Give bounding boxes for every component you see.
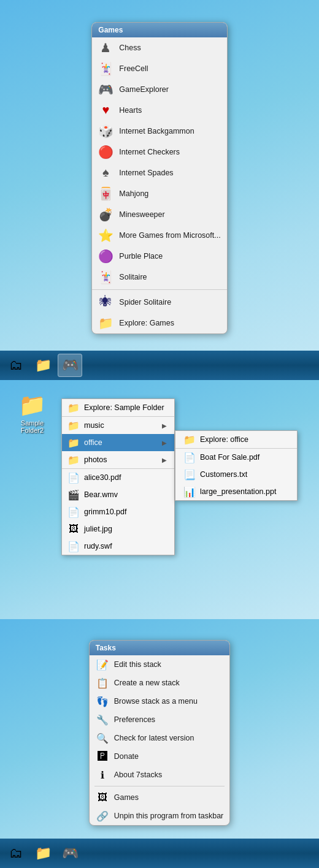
submenu-label: Boat For Sale.pdf (200, 453, 259, 462)
games-item-more-games-from-microsoft[interactable]: ⭐ More Games from Microsoft... (92, 225, 226, 246)
ctx-item-icon: 📁 (67, 419, 80, 432)
games-item-purble-place[interactable]: 🟣 Purble Place (92, 246, 226, 267)
ctx-item-left: 📄 rudy.swf (67, 539, 112, 553)
games-item-icon: 📁 (97, 314, 114, 332)
folder-label: SampleFolder2 (21, 419, 44, 434)
games-item-label: More Games from Microsoft... (119, 231, 220, 240)
tasks-div-item-unpin-this-program-from-taskbar[interactable]: 🔗 Unpin this program from taskbar (90, 807, 230, 825)
tasks-icon: ℹ (96, 768, 109, 782)
ctx-item-label: office (84, 438, 102, 447)
ctx-item-icon: 📁 (67, 401, 80, 414)
taskbar1-btn-0[interactable]: 🗂 (4, 354, 28, 377)
ctx-item-left: 📄 alice30.pdf (67, 471, 121, 484)
ctx-item-icon: 📁 (67, 436, 80, 449)
tasks-item-check-for-latest-version[interactable]: 🔍 Check for latest version (90, 729, 230, 747)
submenu-item-explore-office[interactable]: 📁 Explore: office (175, 431, 297, 448)
submenu-icon: 📊 (183, 485, 196, 498)
games-item-internet-checkers[interactable]: 🔴 Internet Checkers (92, 142, 226, 162)
taskbar1-btn-1[interactable]: 📁 (31, 354, 55, 377)
submenu-label: Explore: office (200, 435, 248, 444)
section3-tasks: Tasks 📝 Edit this stack 📋 Create a new s… (0, 619, 319, 868)
tasks-label: Check for latest version (114, 734, 194, 742)
ctx-item-left: 📁 office (67, 436, 102, 449)
section1-games: Games ♟ Chess 🃏 FreeCell 🎮 GameExplorer … (0, 0, 319, 380)
ctx-item-music[interactable]: 📁 music ▶ (62, 417, 174, 434)
games-menu-header: Games (92, 23, 226, 37)
submenu-icon: 📄 (183, 451, 196, 464)
tasks-icon: 🔧 (96, 713, 109, 726)
ctx-item-grimm10pdf[interactable]: 📄 grimm10.pdf (62, 503, 174, 520)
tasks-item-preferences[interactable]: 🔧 Preferences (90, 710, 230, 729)
tasks-item-browse-stack-as-a-menu[interactable]: 👣 Browse stack as a menu (90, 692, 230, 710)
tasks-icon: 📋 (96, 676, 109, 690)
ctx-item-office[interactable]: 📁 office ▶ (62, 434, 174, 451)
ctx-item-left: 📁 music (67, 419, 104, 432)
games-item-internet-spades[interactable]: ♠ Internet Spades (92, 162, 226, 183)
taskbar1-btn-2[interactable]: 🎮 (58, 354, 82, 377)
ctx-item-icon: 📁 (67, 453, 80, 466)
ctx-item-label: grimm10.pdf (84, 508, 126, 516)
games-item-chess[interactable]: ♟ Chess (92, 37, 226, 58)
games-item-minesweeper[interactable]: 💣 Minesweeper (92, 204, 226, 225)
tasks-divider-items: 🖼 Games 🔗 Unpin this program from taskba… (90, 788, 230, 825)
tasks-items: 📝 Edit this stack 📋 Create a new stack 👣… (90, 655, 230, 784)
tasks-header: Tasks (90, 641, 230, 655)
ctx-arrow: ▶ (162, 457, 167, 463)
section2-context: 📁 SampleFolder2 📁 Explore: Sample Folder… (0, 380, 319, 619)
ctx-item-icon: 📄 (67, 505, 80, 519)
games-item-mahjong[interactable]: 🀄 Mahjong (92, 183, 226, 204)
submenu-item-customerstxt[interactable]: 📃 Customers.txt (175, 466, 297, 483)
ctx-item-label: Bear.wmv (84, 490, 118, 499)
games-item-icon: 🔴 (97, 143, 114, 161)
ctx-item-julietjpg[interactable]: 🖼 juliet.jpg (62, 520, 174, 538)
ctx-item-photos[interactable]: 📁 photos ▶ (62, 451, 174, 468)
taskbar-1: 🗂📁🎮 (0, 351, 319, 380)
games-item-label: Mahjong (119, 189, 148, 198)
ctx-item-alice30pdf[interactable]: 📄 alice30.pdf (62, 469, 174, 486)
submenu-item-largepresentationppt[interactable]: 📊 large_presentation.ppt (175, 483, 297, 500)
ctx-item-left: 🖼 juliet.jpg (67, 522, 112, 536)
games-divider (92, 289, 226, 290)
tasks-item-create-a-new-stack[interactable]: 📋 Create a new stack (90, 674, 230, 692)
games-item-solitaire[interactable]: 🃏 Solitaire (92, 267, 226, 287)
games-item-icon: 🎮 (97, 81, 114, 98)
tasks-icon: 🅿 (96, 750, 109, 763)
games-item-icon: 🕷 (97, 294, 114, 311)
ctx-item-label: music (84, 421, 104, 430)
tasks-label: Browse stack as a menu (114, 697, 198, 706)
games-item-gameexplorer[interactable]: 🎮 GameExplorer (92, 79, 226, 100)
tasks-div-item-games[interactable]: 🖼 Games (90, 788, 230, 807)
games-item-icon: 🟣 (97, 248, 114, 265)
ctx-item-left: 🎬 Bear.wmv (67, 488, 118, 501)
tasks-label: Preferences (114, 715, 155, 724)
ctx-item-rudyswf[interactable]: 📄 rudy.swf (62, 538, 174, 555)
games-item-hearts[interactable]: ♥ Hearts (92, 100, 226, 121)
games-item-internet-backgammon[interactable]: 🎲 Internet Backgammon (92, 121, 226, 142)
ctx-item-icon: 📄 (67, 539, 80, 553)
ctx-item-left: 📁 photos (67, 453, 107, 466)
sample-folder2-icon[interactable]: 📁 SampleFolder2 (18, 392, 46, 434)
games-item-icon: ♟ (97, 39, 114, 56)
games-item-label: FreeCell (119, 64, 148, 73)
office-submenu: 📁 Explore: office 📄 Boat For Sale.pdf 📃 … (175, 430, 298, 501)
ctx-item-left: 📁 Explore: Sample Folder (67, 401, 164, 414)
tasks-item-donate[interactable]: 🅿 Donate (90, 747, 230, 766)
folder-icon: 📁 (18, 392, 46, 418)
tasks-item-about-7stacks[interactable]: ℹ About 7stacks (90, 766, 230, 784)
games-item-label: Internet Backgammon (119, 127, 194, 135)
games-item-spider-solitaire[interactable]: 🕷 Spider Solitaire (92, 292, 226, 313)
games-menu-items: ♟ Chess 🃏 FreeCell 🎮 GameExplorer ♥ Hear… (92, 37, 226, 333)
tasks-divider (94, 786, 225, 786)
games-title: Games (98, 26, 123, 34)
tasks-label: Create a new stack (114, 679, 180, 687)
taskbar3-btn-0[interactable]: 🗂 (4, 842, 28, 865)
ctx-item-bearwmv[interactable]: 🎬 Bear.wmv (62, 486, 174, 503)
games-item-label: Minesweeper (119, 210, 164, 219)
ctx-item-explore-sample-folder[interactable]: 📁 Explore: Sample Folder (62, 399, 174, 416)
submenu-item-boat-for-salepdf[interactable]: 📄 Boat For Sale.pdf (175, 449, 297, 466)
tasks-item-edit-this-stack[interactable]: 📝 Edit this stack (90, 655, 230, 674)
games-item-freecell[interactable]: 🃏 FreeCell (92, 58, 226, 79)
games-item-explore-games[interactable]: 📁 Explore: Games (92, 313, 226, 333)
taskbar3-btn-1[interactable]: 📁 (31, 842, 55, 865)
taskbar3-btn-2[interactable]: 🎮 (58, 842, 82, 865)
